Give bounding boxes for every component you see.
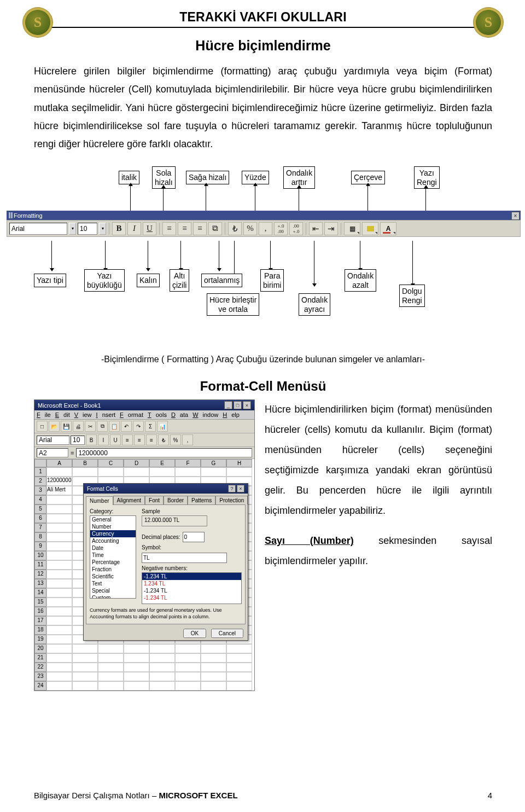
italic-icon: I bbox=[127, 222, 141, 235]
label-align-right: Sağa hizalı bbox=[186, 171, 229, 184]
section-title-2: Format-Cell Menüsü bbox=[34, 379, 492, 394]
label-decimal-separator: Ondalık ayracı bbox=[299, 293, 330, 315]
excel-font-name: Arial bbox=[37, 436, 69, 445]
font-name-dropdown-icon: ▾ bbox=[69, 223, 76, 235]
symbol-select bbox=[142, 553, 227, 563]
chart-icon: 📊 bbox=[157, 421, 168, 432]
align-left-icon: ≡ bbox=[162, 222, 176, 235]
dialog-note: Currency formats are used for general mo… bbox=[90, 607, 242, 620]
label-fill-color: Dolgu Rengi bbox=[399, 285, 425, 306]
align-center-icon: ≡ bbox=[178, 222, 191, 235]
merge-center-icon: ⧉ bbox=[208, 222, 222, 235]
number-heading-bold: Sayı (Number) bbox=[265, 535, 354, 546]
excel-underline-icon: U bbox=[110, 434, 121, 445]
font-size-field: 10 bbox=[78, 223, 97, 235]
label-merge-center: Hücre birleştir ve ortala bbox=[207, 293, 259, 315]
toolbar-titlebar: Formatting × bbox=[7, 211, 521, 220]
excel-formula-bar: 12000000 bbox=[76, 448, 252, 457]
page-footer: Bilgisayar Dersi Çalışma Notları – MICRO… bbox=[34, 791, 492, 800]
negative-numbers-list: -1.234 TL1.234 TL-1.234 TL-1.234 TL bbox=[142, 572, 242, 604]
maximize-icon: □ bbox=[234, 401, 242, 409]
menu-help: Help bbox=[223, 411, 240, 418]
comma-icon: , bbox=[259, 222, 272, 235]
toolbar-title: Formatting bbox=[14, 212, 43, 219]
symbol-label: Symbol: bbox=[142, 544, 161, 550]
tab-font: Font bbox=[145, 496, 164, 504]
diagram-caption: -Biçimlendirme ( Formatting ) Araç Çubuğ… bbox=[34, 355, 492, 364]
menu-edit: Edit bbox=[55, 411, 70, 418]
label-italic: italik bbox=[119, 171, 139, 184]
arrow-decimal-decrease bbox=[360, 241, 360, 268]
toolbar-grip-icon bbox=[9, 212, 10, 218]
open-icon: 📂 bbox=[49, 421, 60, 432]
arrow-fill-color bbox=[412, 241, 413, 283]
decimal-places-label: Decimal places: bbox=[142, 534, 180, 540]
arrow-centered bbox=[219, 241, 219, 268]
page-header: S S TERAKKİ VAKFI OKULLARI bbox=[34, 10, 492, 25]
tab-border: Border bbox=[164, 496, 188, 504]
label-decimal-decrease: Ondalık azalt bbox=[345, 269, 376, 291]
menu-file: File bbox=[37, 411, 51, 418]
label-font-size: Yazı büyüklüğü bbox=[84, 269, 125, 291]
dialog-title: Format Cells bbox=[87, 486, 118, 492]
dialog-help-icon: ? bbox=[228, 485, 236, 492]
paste-icon: 📋 bbox=[109, 421, 120, 432]
excel-formatting-toolbar: Arial 10 B I U ≡ ≡ ≡ ₺ % , bbox=[34, 433, 254, 447]
new-icon: □ bbox=[37, 421, 48, 432]
menu-view: View bbox=[74, 411, 92, 418]
excel-italic-icon: I bbox=[98, 434, 109, 445]
section-title-1: Hücre biçimlendirme bbox=[34, 38, 492, 54]
arrow-bold bbox=[148, 241, 148, 268]
category-label: Category: bbox=[90, 508, 136, 514]
dialog-close-icon: × bbox=[237, 485, 244, 492]
tab-alignment: Alignment bbox=[113, 496, 145, 504]
close-icon: × bbox=[243, 401, 251, 409]
tab-number: Number bbox=[86, 496, 113, 505]
tab-protection: Protection bbox=[215, 496, 248, 504]
excel-formula-prefix: = bbox=[71, 450, 74, 456]
label-currency: Para birimi bbox=[260, 269, 284, 291]
increase-decimal-icon: +.0.00 bbox=[274, 222, 288, 235]
menu-insert: Insert bbox=[96, 411, 116, 418]
percent-icon: % bbox=[243, 222, 257, 235]
section-1-paragraph: Hücrelere girilen bilgiler biçimlendirme… bbox=[34, 62, 492, 153]
excel-titlebar: Microsoft Excel - Book1 _ □ × bbox=[34, 400, 254, 410]
dialog-tabs: NumberAlignmentFontBorderPatternsProtect… bbox=[84, 494, 248, 504]
arrow-decimal-separator bbox=[314, 241, 314, 283]
label-font-name: Yazı tipi bbox=[34, 274, 66, 287]
category-list: GeneralNumberCurrencyAccountingDateTimeP… bbox=[90, 515, 136, 599]
label-underline: Altı çizili bbox=[170, 269, 189, 291]
decrease-decimal-icon: .00+.0 bbox=[289, 222, 303, 235]
save-icon: 💾 bbox=[61, 421, 72, 432]
excel-comma-icon: , bbox=[182, 434, 193, 445]
sum-icon: Σ bbox=[145, 421, 156, 432]
tab-patterns: Patterns bbox=[188, 496, 215, 504]
footer-text-bold: MICROSOFT EXCEL bbox=[159, 791, 237, 800]
excel-font-size: 10 bbox=[71, 436, 85, 445]
excel-standard-toolbar: □ 📂 💾 🖨 ✂ ⧉ 📋 ↶ ↷ Σ 📊 bbox=[34, 420, 254, 433]
menu-format: Format bbox=[120, 411, 143, 418]
label-border: Çerçeve bbox=[351, 171, 385, 184]
label-percent: Yüzde bbox=[242, 171, 269, 184]
ok-button: OK bbox=[183, 629, 206, 638]
decimal-places-input bbox=[183, 532, 205, 542]
excel-name-box: A2 bbox=[37, 448, 68, 457]
format-cells-dialog: Format Cells ? × NumberAlignmentFontBord… bbox=[83, 483, 248, 640]
excel-name-box-row: A2 = 12000000 bbox=[34, 447, 254, 459]
toolbar-close-icon: × bbox=[511, 212, 520, 220]
fill-color-icon bbox=[362, 222, 378, 235]
school-name: TERAKKİ VAKFI OKULLARI bbox=[34, 10, 492, 25]
menu-window: Window bbox=[192, 411, 218, 418]
redo-icon: ↷ bbox=[133, 421, 144, 432]
page-number: 4 bbox=[488, 791, 492, 800]
arrow-font-name bbox=[51, 241, 52, 268]
arrow-underline bbox=[180, 241, 181, 268]
footer-text: Bilgisayar Dersi Çalışma Notları – bbox=[34, 791, 159, 800]
header-rule bbox=[34, 27, 492, 28]
cut-icon: ✂ bbox=[85, 421, 96, 432]
label-centered: ortalanmış bbox=[201, 274, 242, 287]
arrow-currency bbox=[270, 241, 271, 268]
undo-icon: ↶ bbox=[121, 421, 132, 432]
font-color-icon: A bbox=[380, 222, 396, 235]
font-name-field: Arial bbox=[9, 223, 67, 235]
